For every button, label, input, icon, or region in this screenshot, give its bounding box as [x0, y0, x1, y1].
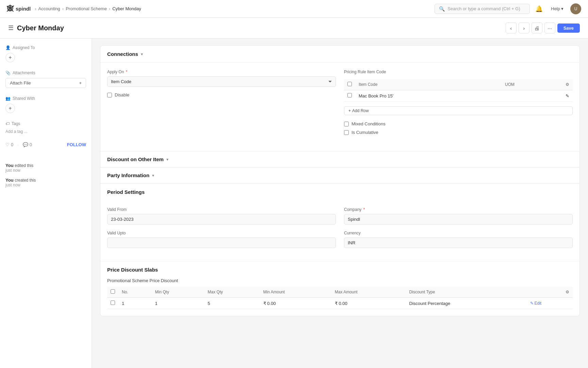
- follow-button[interactable]: FOLLOW: [67, 142, 86, 147]
- shared-with-icon: 👥: [5, 96, 11, 101]
- notifications-icon[interactable]: 🔔: [534, 4, 544, 14]
- col-header-item-code: Item Code: [355, 79, 502, 90]
- valid-upto-input[interactable]: [107, 237, 336, 248]
- connections-header[interactable]: Connections ▾: [100, 46, 579, 63]
- pricing-rule-field: Pricing Rule Item Code Item Code UOM: [344, 70, 573, 138]
- row-item-code-0: Mac Book Pro 15': [355, 90, 502, 102]
- apply-on-field: Apply On * Item Code Item Group Brand Tr…: [107, 70, 336, 138]
- connections-row-1: Apply On * Item Code Item Group Brand Tr…: [107, 70, 573, 138]
- search-icon: 🔍: [439, 6, 445, 12]
- add-assigned-to-button[interactable]: +: [5, 53, 15, 62]
- page-header: ☰ Cyber Monday ‹ › 🖨 ··· Save: [0, 18, 588, 39]
- mixed-conditions-checkbox[interactable]: [344, 122, 349, 126]
- save-button[interactable]: Save: [557, 24, 580, 33]
- company-input[interactable]: [344, 214, 573, 225]
- activity-action-1: created this: [15, 178, 36, 183]
- mixed-conditions-row: Mixed Conditions Is Cumulative: [344, 121, 573, 138]
- help-chevron-icon: ▾: [561, 6, 564, 11]
- slabs-col-check: [107, 287, 118, 298]
- currency-input[interactable]: [344, 237, 573, 248]
- table-settings-icon[interactable]: ⚙: [566, 82, 569, 87]
- pricing-rule-table-body: Mac Book Pro 15' ✎: [344, 90, 573, 102]
- attach-file-button[interactable]: Attach File +: [5, 78, 86, 88]
- valid-from-input[interactable]: [107, 214, 336, 225]
- is-cumulative-checkbox[interactable]: [344, 130, 349, 135]
- activity-time-0: just now: [5, 168, 86, 173]
- slab-max-amount-0: ₹ 0.00: [331, 298, 406, 309]
- table-select-all[interactable]: [347, 82, 352, 86]
- slab-checkbox-0[interactable]: [111, 301, 115, 305]
- slab-min-qty-0: 1: [152, 298, 205, 309]
- comments-count: 0: [30, 142, 32, 147]
- main-card: Connections ▾ Apply On * Item Code Item …: [100, 45, 580, 316]
- tag-icon: 🏷: [5, 121, 10, 126]
- party-information-header[interactable]: Party Information ▾: [100, 167, 579, 183]
- main-layout: 👤 Assigned To + 📎 Attachments Attach Fil…: [0, 39, 588, 368]
- is-cumulative-label[interactable]: Is Cumulative: [352, 130, 378, 135]
- connections-chevron-icon: ▾: [141, 52, 143, 57]
- slabs-header-row: No. Min Qty Max Qty Min Amount Max Amoun…: [107, 287, 573, 298]
- activity-action-0: edited this: [15, 163, 33, 168]
- disable-row: Disable: [107, 92, 336, 97]
- add-shared-with-button[interactable]: +: [5, 104, 15, 113]
- add-row-button[interactable]: + Add Row: [344, 106, 573, 115]
- company-field: Company *: [344, 207, 573, 225]
- period-settings-form: Valid From Company * Valid Upto: [100, 200, 579, 261]
- search-bar[interactable]: 🔍 Search or type a command (Ctrl + G): [435, 4, 530, 14]
- help-button[interactable]: Help ▾: [548, 5, 566, 13]
- apply-on-select[interactable]: Item Code Item Group Brand Transaction: [107, 76, 336, 87]
- slab-edit-label-0: Edit: [535, 301, 542, 306]
- row-check-0: [344, 90, 355, 102]
- hamburger-icon[interactable]: ☰: [8, 24, 14, 32]
- top-navigation: 🕸 spindl › Accounting › Promotional Sche…: [0, 0, 588, 18]
- comment-icon: 💬: [23, 142, 28, 147]
- next-button[interactable]: ›: [519, 22, 529, 33]
- assigned-to-icon: 👤: [5, 45, 11, 50]
- attach-file-plus-icon: +: [79, 80, 82, 86]
- mixed-conditions-label[interactable]: Mixed Conditions: [352, 121, 386, 126]
- slab-edit-0[interactable]: ✎ Edit: [527, 298, 573, 309]
- slabs-col-settings[interactable]: ⚙: [527, 287, 573, 298]
- like-icon: ♡: [5, 142, 10, 147]
- likes-count: 0: [11, 142, 13, 147]
- period-settings-header[interactable]: Period Settings: [100, 183, 579, 200]
- tags-label: 🏷 Tags: [5, 121, 86, 126]
- slab-edit-link-0[interactable]: ✎ Edit: [530, 301, 569, 306]
- slabs-col-max-amount: Max Amount: [331, 287, 406, 298]
- pricing-rule-table-header-row: Item Code UOM ⚙: [344, 79, 573, 90]
- row-uom-0: [502, 90, 559, 102]
- comments-reaction[interactable]: 💬 0: [23, 142, 32, 147]
- shared-with-section: 👥 Shared With +: [5, 96, 86, 113]
- valid-from-label: Valid From: [107, 207, 336, 212]
- pricing-rule-table-head: Item Code UOM ⚙: [344, 79, 573, 90]
- row-checkbox-0[interactable]: [347, 93, 352, 97]
- price-discount-slabs-section: Promotional Scheme Price Discount No. Mi…: [100, 278, 579, 316]
- add-row-icon: +: [348, 108, 351, 113]
- prev-button[interactable]: ‹: [506, 22, 517, 33]
- breadcrumb-accounting[interactable]: Accounting: [38, 6, 60, 11]
- more-options-button[interactable]: ···: [544, 22, 555, 33]
- activity-item-1: You created this just now: [5, 178, 86, 187]
- slabs-col-max-qty: Max Qty: [204, 287, 260, 298]
- disable-checkbox[interactable]: [107, 93, 112, 97]
- row-edit-0[interactable]: ✎: [559, 90, 573, 102]
- slab-row-0: 1 1 5 ₹ 0.00 ₹ 0.00 Discount Percentage …: [107, 298, 573, 309]
- disable-label[interactable]: Disable: [115, 92, 129, 97]
- add-tag-link[interactable]: Add a tag ...: [5, 129, 28, 134]
- likes-reaction[interactable]: ♡ 0: [5, 142, 13, 147]
- reaction-divider: ·: [17, 142, 19, 147]
- topnav-right: 🔍 Search or type a command (Ctrl + G) 🔔 …: [435, 3, 581, 14]
- avatar[interactable]: U: [570, 3, 581, 14]
- slab-no-0: 1: [118, 298, 152, 309]
- valid-upto-label: Valid Upto: [107, 231, 336, 235]
- assigned-to-section: 👤 Assigned To +: [5, 45, 86, 62]
- period-row-2: Valid Upto Currency: [107, 231, 573, 248]
- logo[interactable]: 🕸 spindl: [7, 5, 31, 13]
- discount-other-item-header[interactable]: Discount on Other Item ▾: [100, 151, 579, 167]
- print-button[interactable]: 🖨: [532, 22, 542, 33]
- page-title: Cyber Monday: [17, 24, 64, 32]
- pricing-rule-table: Item Code UOM ⚙: [344, 79, 573, 102]
- breadcrumb-promotional-scheme[interactable]: Promotional Scheme: [66, 6, 107, 11]
- price-discount-slabs-header[interactable]: Price Discount Slabs: [100, 261, 579, 278]
- slabs-select-all[interactable]: [111, 289, 115, 294]
